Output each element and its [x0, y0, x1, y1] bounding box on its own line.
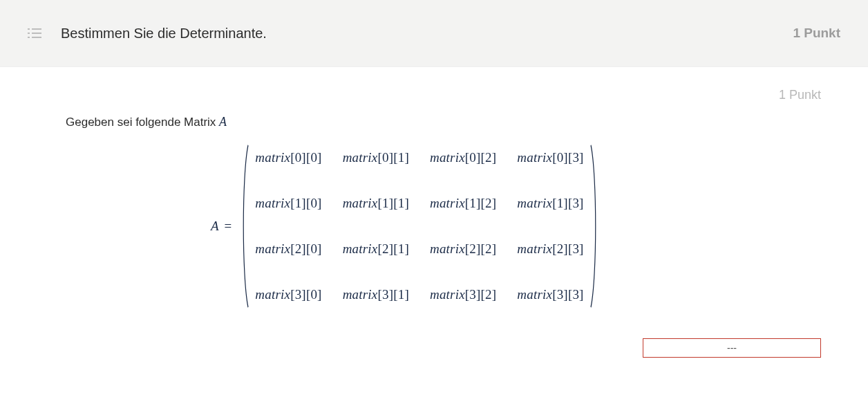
question-header: Bestimmen Sie die Determinante. 1 Punkt — [0, 0, 868, 67]
matrix-cell: matrix[1][2] — [430, 196, 496, 211]
matrix-display: matrix[0][0]matrix[0][1]matrix[0][2]matr… — [240, 142, 598, 311]
matrix-cell: matrix[2][3] — [517, 241, 583, 257]
right-paren-icon — [589, 142, 599, 311]
matrix-cell: matrix[2][1] — [343, 241, 409, 257]
question-title: Bestimmen Sie die Determinante. — [61, 26, 267, 42]
points-label-sub: 1 Punkt — [66, 88, 823, 102]
matrix-cell: matrix[0][2] — [430, 150, 496, 165]
header-left: Bestimmen Sie die Determinante. — [28, 26, 267, 42]
answer-input[interactable] — [643, 338, 821, 358]
list-icon[interactable] — [28, 28, 41, 39]
matrix-cell: matrix[1][0] — [255, 196, 321, 211]
answer-row — [66, 338, 823, 358]
matrix-cell: matrix[2][0] — [255, 241, 321, 257]
matrix-grid: matrix[0][0]matrix[0][1]matrix[0][2]matr… — [249, 142, 589, 311]
svg-rect-5 — [32, 37, 41, 38]
intro-variable: A — [219, 115, 227, 129]
matrix-cell: matrix[2][2] — [430, 241, 496, 257]
matrix-cell: matrix[1][3] — [517, 196, 583, 211]
equation-lhs: A — [211, 219, 219, 234]
svg-rect-0 — [28, 28, 30, 30]
intro-prefix: Gegeben sei folgende Matrix — [66, 116, 219, 129]
left-paren-icon — [240, 142, 249, 311]
matrix-cell: matrix[0][3] — [517, 150, 583, 165]
matrix-cell: matrix[0][0] — [255, 150, 321, 165]
svg-rect-3 — [32, 33, 41, 34]
matrix-cell: matrix[3][3] — [517, 287, 583, 302]
matrix-cell: matrix[3][2] — [430, 287, 496, 302]
svg-rect-4 — [28, 37, 30, 38]
matrix-cell: matrix[1][1] — [343, 196, 409, 211]
matrix-cell: matrix[3][1] — [343, 287, 409, 302]
equation-equals: = — [225, 219, 232, 234]
question-body: 1 Punkt Gegeben sei folgende Matrix A A … — [0, 67, 868, 358]
points-label-top: 1 Punkt — [793, 26, 840, 41]
intro-text: Gegeben sei folgende Matrix A — [66, 115, 823, 129]
svg-rect-2 — [28, 33, 30, 34]
matrix-cell: matrix[0][1] — [343, 150, 409, 165]
matrix-cell: matrix[3][0] — [255, 287, 321, 302]
svg-rect-1 — [32, 28, 41, 30]
matrix-equation: A = matrix[0][0]matrix[0][1]matrix[0][2]… — [66, 142, 823, 311]
